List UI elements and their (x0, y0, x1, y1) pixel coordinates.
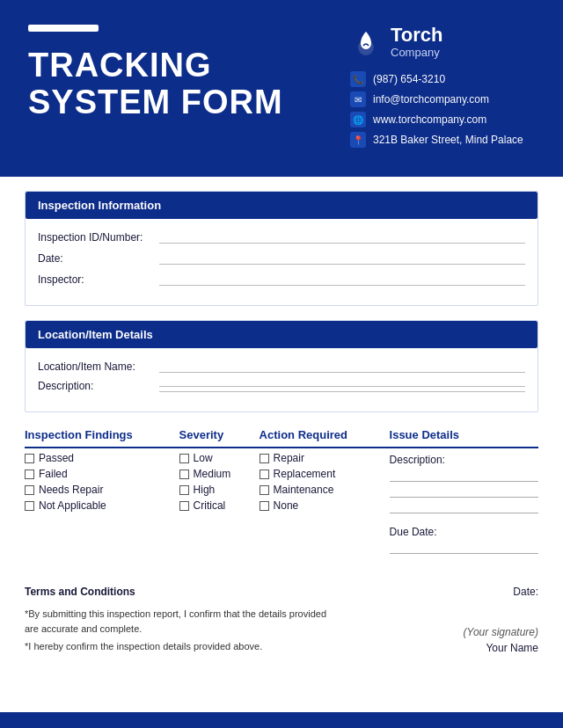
inspector-label: Inspector: (38, 273, 152, 286)
severity-low-checkbox[interactable] (179, 454, 189, 463)
page-title: TRACKING SYSTEM FORM (28, 47, 283, 121)
action-none-row: None (260, 499, 383, 512)
findings-not-applicable-row: Not Applicable (25, 499, 172, 512)
contact-email: ✉ info@torchcompany.com (350, 91, 489, 107)
inspection-area: Inspection Findings Severity Action Requ… (25, 428, 538, 561)
severity-medium-row: Medium (179, 468, 252, 480)
findings-not-applicable-checkbox[interactable] (25, 501, 34, 511)
terms-text-2: *I hereby confirm the inspection details… (25, 639, 340, 654)
contact-phone: 📞 (987) 654-3210 (350, 71, 445, 87)
name-placeholder: Your Name (358, 642, 538, 654)
severity-high-row: High (179, 484, 252, 496)
issue-description-line-2[interactable] (390, 485, 538, 498)
findings-cell: Passed Failed Needs Repair (25, 448, 172, 561)
action-none-label: None (274, 499, 299, 512)
signature-placeholder: (Your signature) (358, 626, 538, 638)
contact-address: 📍 321B Baker Street, Mind Palace (350, 132, 523, 148)
terms-section: Terms and Conditions *By submitting this… (25, 586, 538, 672)
email-icon: ✉ (350, 91, 366, 107)
severity-high-label: High (194, 484, 216, 496)
action-repair-checkbox[interactable] (260, 454, 269, 463)
company-sub: Company (391, 46, 442, 59)
globe-icon: 🌐 (350, 112, 366, 127)
findings-needs-repair-label: Needs Repair (39, 484, 103, 496)
page-header: TRACKING SYSTEM FORM Torch Company (0, 0, 563, 177)
severity-critical-checkbox[interactable] (179, 501, 189, 511)
terms-text-1: *By submitting this inspection report, I… (25, 607, 340, 636)
inspection-info-section: Inspection Information Inspection ID/Num… (25, 191, 538, 306)
severity-medium-label: Medium (194, 468, 231, 480)
severity-critical-row: Critical (179, 499, 252, 512)
inspection-info-body: Inspection ID/Number: Date: Inspector: (26, 219, 537, 305)
inspection-table: Inspection Findings Severity Action Requ… (25, 428, 538, 561)
col-findings-header: Inspection Findings (25, 428, 172, 448)
issue-description-line-3[interactable] (390, 501, 538, 513)
description-row: Description: (38, 380, 525, 392)
date-label-terms: Date: (358, 586, 538, 598)
inspection-id-row: Inspection ID/Number: (38, 229, 525, 244)
main-content: Inspection Information Inspection ID/Num… (0, 177, 563, 672)
date-field[interactable] (159, 251, 525, 265)
findings-not-applicable-label: Not Applicable (39, 499, 106, 512)
location-name-row: Location/Item Name: (38, 359, 525, 373)
action-maintenance-checkbox[interactable] (260, 485, 269, 495)
footer-bar (0, 712, 563, 728)
accent-bar (28, 25, 99, 32)
issue-description-label: Description: (390, 454, 538, 466)
col-action-header: Action Required (252, 428, 383, 448)
company-brand: Torch Company (350, 25, 442, 59)
inspector-row: Inspector: (38, 272, 525, 286)
findings-failed-checkbox[interactable] (25, 470, 34, 479)
action-repair-row: Repair (260, 452, 383, 464)
description-field-2[interactable] (159, 391, 525, 392)
date-label: Date: (38, 252, 152, 265)
terms-row: Terms and Conditions *By submitting this… (25, 586, 538, 658)
action-replacement-label: Replacement (274, 468, 336, 480)
issue-details-cell: Description: Due Date: (383, 448, 538, 561)
col-issue-header: Issue Details (383, 428, 538, 448)
company-logo-icon (350, 26, 382, 58)
col-severity-header: Severity (172, 428, 252, 448)
findings-passed-row: Passed (25, 452, 172, 464)
location-icon: 📍 (350, 132, 366, 148)
inspection-id-label: Inspection ID/Number: (38, 231, 152, 244)
action-replacement-checkbox[interactable] (260, 470, 269, 479)
date-row: Date: (38, 251, 525, 265)
terms-right: Date: (Your signature) Your Name (358, 586, 538, 658)
severity-low-row: Low (179, 452, 252, 464)
contact-website: 🌐 www.torchcompany.com (350, 112, 486, 127)
location-details-header: Location/Item Details (26, 321, 537, 348)
description-label: Description: (38, 380, 152, 392)
company-name: Torch (391, 25, 442, 46)
findings-needs-repair-checkbox[interactable] (25, 485, 34, 495)
findings-passed-checkbox[interactable] (25, 454, 34, 463)
terms-title: Terms and Conditions (25, 586, 340, 598)
findings-needs-repair-row: Needs Repair (25, 484, 172, 496)
header-left: TRACKING SYSTEM FORM (28, 25, 283, 121)
severity-medium-checkbox[interactable] (179, 470, 189, 479)
action-maintenance-row: Maintenance (260, 484, 383, 496)
issue-description-line-1[interactable] (390, 470, 538, 482)
location-details-body: Location/Item Name: Description: (26, 348, 537, 411)
action-maintenance-label: Maintenance (274, 484, 334, 496)
severity-high-checkbox[interactable] (179, 485, 189, 495)
findings-passed-label: Passed (39, 452, 74, 464)
location-name-label: Location/Item Name: (38, 360, 152, 373)
due-date-field[interactable] (390, 542, 538, 554)
inspector-field[interactable] (159, 272, 525, 286)
findings-failed-label: Failed (39, 468, 68, 480)
due-date-label: Due Date: (390, 526, 538, 538)
severity-low-label: Low (194, 452, 213, 464)
action-none-checkbox[interactable] (260, 501, 269, 511)
table-row: Passed Failed Needs Repair (25, 448, 538, 561)
location-name-field[interactable] (159, 359, 525, 373)
action-replacement-row: Replacement (260, 468, 383, 480)
severity-critical-label: Critical (194, 499, 226, 512)
header-right: Torch Company 📞 (987) 654-3210 ✉ info@to… (350, 25, 535, 152)
phone-icon: 📞 (350, 71, 366, 87)
terms-left: Terms and Conditions *By submitting this… (25, 586, 340, 658)
inspection-id-field[interactable] (159, 229, 525, 244)
action-repair-label: Repair (274, 452, 304, 464)
description-field-1[interactable] (159, 386, 525, 387)
action-cell: Repair Replacement Maintenance (252, 448, 383, 561)
